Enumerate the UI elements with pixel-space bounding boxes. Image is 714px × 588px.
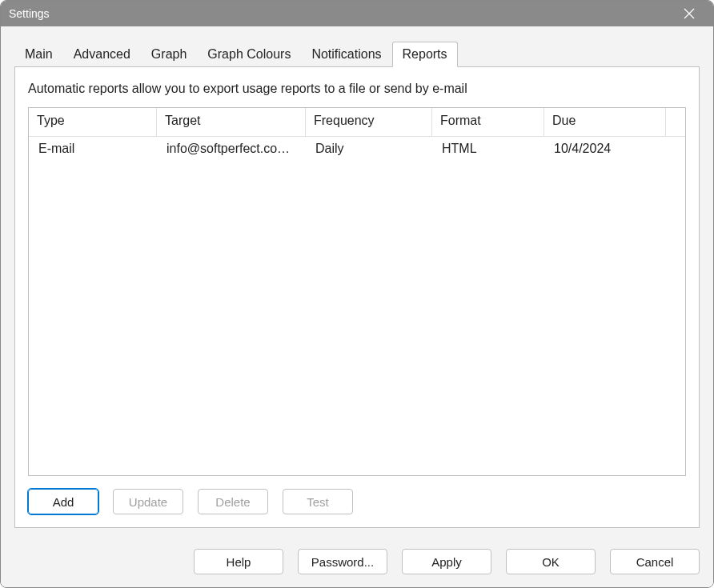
content-area: Main Advanced Graph Graph Colours Notifi… [1, 26, 713, 538]
table-row[interactable]: E-mail info@softperfect.co… Daily HTML 1… [29, 137, 685, 161]
tab-notifications[interactable]: Notifications [301, 42, 391, 67]
action-buttons: Add Update Delete Test [28, 489, 686, 514]
ok-button[interactable]: OK [506, 549, 596, 574]
titlebar: Settings [1, 1, 713, 26]
tab-advanced[interactable]: Advanced [63, 42, 141, 67]
column-header-format[interactable]: Format [432, 108, 544, 137]
table-body: E-mail info@softperfect.co… Daily HTML 1… [29, 137, 685, 161]
close-button[interactable] [673, 1, 705, 26]
column-header-rest [666, 108, 685, 137]
delete-button[interactable]: Delete [198, 489, 268, 514]
apply-button[interactable]: Apply [402, 549, 491, 574]
close-icon [684, 8, 695, 19]
column-header-type[interactable]: Type [29, 108, 157, 137]
reports-table: Type Target Frequency Format Due E-mail … [28, 107, 686, 476]
cell-frequency: Daily [306, 138, 432, 159]
table-header: Type Target Frequency Format Due [29, 108, 685, 137]
cell-due: 10/4/2024 [544, 138, 666, 159]
settings-window: Settings Main Advanced Graph Graph Colou… [0, 0, 714, 588]
update-button[interactable]: Update [113, 489, 183, 514]
test-button[interactable]: Test [283, 489, 353, 514]
tab-bar: Main Advanced Graph Graph Colours Notifi… [14, 41, 700, 66]
panel-description: Automatic reports allow you to export us… [28, 82, 686, 96]
column-header-due[interactable]: Due [544, 108, 666, 137]
column-header-target[interactable]: Target [157, 108, 306, 137]
add-button[interactable]: Add [28, 489, 98, 514]
tab-reports[interactable]: Reports [392, 42, 458, 67]
tab-main[interactable]: Main [14, 42, 63, 67]
help-button[interactable]: Help [194, 549, 283, 574]
tab-graph[interactable]: Graph [141, 42, 197, 67]
cell-format: HTML [432, 138, 544, 159]
cancel-button[interactable]: Cancel [610, 549, 700, 574]
cell-type: E-mail [29, 138, 157, 159]
cell-target: info@softperfect.co… [157, 138, 306, 159]
reports-panel: Automatic reports allow you to export us… [14, 66, 700, 528]
tab-graph-colours[interactable]: Graph Colours [197, 42, 301, 67]
footer-bar: Help Password... Apply OK Cancel [1, 538, 713, 587]
column-header-frequency[interactable]: Frequency [306, 108, 432, 137]
password-button[interactable]: Password... [298, 549, 387, 574]
window-title: Settings [9, 7, 50, 20]
